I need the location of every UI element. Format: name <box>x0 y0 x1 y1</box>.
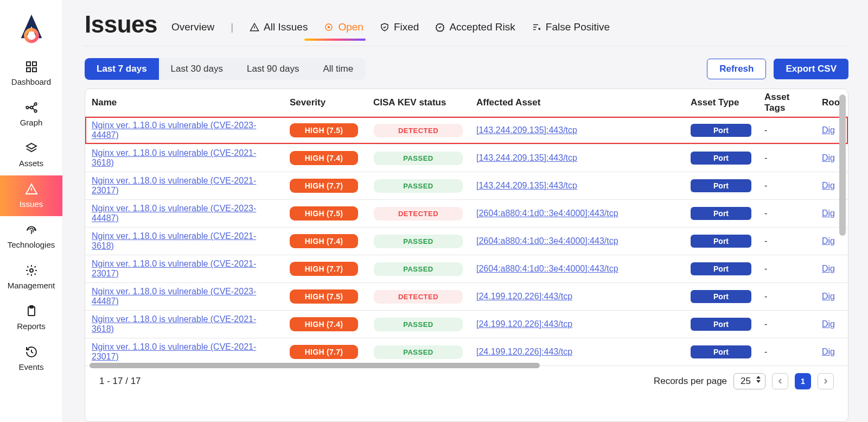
sidebar-item-label: Management <box>8 281 55 290</box>
time-filter-30d[interactable]: Last 30 days <box>159 58 235 80</box>
issue-name-link[interactable]: Nginx ver. 1.18.0 is vulnerable (CVE-202… <box>92 314 277 334</box>
tab-false-positive[interactable]: False Positive <box>532 21 610 33</box>
time-filter-7d[interactable]: Last 7 days <box>85 58 159 80</box>
col-cisa[interactable]: CISA KEV status <box>367 97 470 108</box>
prev-page-button[interactable] <box>772 373 788 389</box>
target-icon <box>324 22 334 32</box>
asset-type-badge[interactable]: Port <box>691 290 751 303</box>
affected-asset-link[interactable]: [143.244.209.135]:443/tcp <box>476 125 577 135</box>
affected-asset-link[interactable]: [143.244.209.135]:443/tcp <box>476 181 577 191</box>
asset-tags-cell: - <box>758 319 815 329</box>
table-row[interactable]: Nginx ver. 1.18.0 is vulnerable (CVE-202… <box>85 200 848 228</box>
table-row[interactable]: Nginx ver. 1.18.0 is vulnerable (CVE-202… <box>85 117 848 144</box>
root-link[interactable]: Dig <box>822 347 835 357</box>
severity-badge: HIGH (7.5) <box>290 289 358 304</box>
check-badge-icon <box>435 22 445 32</box>
cisa-status-badge: PASSED <box>374 318 463 331</box>
table-header-row: NameSeverityCISA KEV statusAffected Asse… <box>85 89 848 117</box>
table-row[interactable]: Nginx ver. 1.18.0 is vulnerable (CVE-202… <box>85 311 848 338</box>
tab-open[interactable]: Open <box>324 21 363 33</box>
root-link[interactable]: Dig <box>822 181 835 191</box>
table-row[interactable]: Nginx ver. 1.18.0 is vulnerable (CVE-202… <box>85 283 848 311</box>
severity-badge: HIGH (7.4) <box>290 317 358 331</box>
affected-asset-link[interactable]: [24.199.120.226]:443/tcp <box>476 319 572 329</box>
issue-name-link[interactable]: Nginx ver. 1.18.0 is vulnerable (CVE-202… <box>92 204 277 223</box>
app-logo <box>16 12 47 46</box>
current-page-button[interactable]: 1 <box>795 373 811 389</box>
issue-name-link[interactable]: Nginx ver. 1.18.0 is vulnerable (CVE-202… <box>92 259 277 279</box>
sidebar-item-technologies[interactable]: Technologies <box>0 216 62 257</box>
cisa-status-badge: DETECTED <box>374 124 463 137</box>
root-link[interactable]: Dig <box>822 319 835 329</box>
sidebar-item-reports[interactable]: Reports <box>0 298 62 338</box>
col-type[interactable]: Asset Type <box>684 97 758 108</box>
records-per-page-select[interactable]: 25 <box>733 373 765 389</box>
affected-asset-link[interactable]: [2604:a880:4:1d0::3e4:4000]:443/tcp <box>476 209 618 218</box>
svg-point-5 <box>26 106 28 109</box>
asset-type-badge[interactable]: Port <box>691 235 751 248</box>
time-filter-90d[interactable]: Last 90 days <box>235 58 311 80</box>
affected-asset-link[interactable]: [143.244.209.135]:443/tcp <box>476 153 577 163</box>
affected-asset-link[interactable]: [2604:a880:4:1d0::3e4:4000]:443/tcp <box>476 264 618 274</box>
refresh-button[interactable]: Refresh <box>707 59 766 79</box>
root-link[interactable]: Dig <box>822 125 835 135</box>
affected-asset-link[interactable]: [24.199.120.226]:443/tcp <box>476 347 572 357</box>
layers-icon <box>24 141 39 155</box>
issue-name-link[interactable]: Nginx ver. 1.18.0 is vulnerable (CVE-202… <box>92 148 277 168</box>
asset-type-badge[interactable]: Port <box>691 179 751 192</box>
issue-name-link[interactable]: Nginx ver. 1.18.0 is vulnerable (CVE-202… <box>92 121 277 140</box>
table-footer: 1 - 17 / 17 Records per page 25 1 <box>85 366 848 396</box>
issue-name-link[interactable]: Nginx ver. 1.18.0 is vulnerable (CVE-202… <box>92 176 277 196</box>
sidebar-item-label: Reports <box>17 322 46 331</box>
tab-all-issues[interactable]: All Issues <box>250 21 308 33</box>
root-link[interactable]: Dig <box>822 153 835 163</box>
asset-type-badge[interactable]: Port <box>691 152 751 165</box>
col-severity[interactable]: Severity <box>283 97 367 108</box>
sidebar-item-events[interactable]: Events <box>0 338 62 379</box>
cisa-status-badge: PASSED <box>374 152 463 165</box>
gear-icon <box>24 263 39 278</box>
time-filter-all[interactable]: All time <box>311 58 365 80</box>
tab-accepted-risk[interactable]: Accepted Risk <box>435 21 515 33</box>
sidebar-item-dashboard[interactable]: Dashboard <box>0 53 62 94</box>
table-row[interactable]: Nginx ver. 1.18.0 is vulnerable (CVE-202… <box>85 172 848 200</box>
root-link[interactable]: Dig <box>822 209 835 218</box>
asset-tags-cell: - <box>758 181 815 191</box>
tab-fixed[interactable]: Fixed <box>380 21 419 33</box>
chevron-left-icon <box>777 379 783 384</box>
table-row[interactable]: Nginx ver. 1.18.0 is vulnerable (CVE-202… <box>85 255 848 283</box>
affected-asset-link[interactable]: [24.199.120.226]:443/tcp <box>476 292 572 301</box>
tab-overview[interactable]: Overview <box>171 21 214 33</box>
sidebar-item-assets[interactable]: Assets <box>0 135 62 175</box>
col-tags[interactable]: Asset Tags <box>758 92 815 114</box>
asset-type-badge[interactable]: Port <box>691 207 751 220</box>
col-name[interactable]: Name <box>85 97 283 108</box>
issue-name-link[interactable]: Nginx ver. 1.18.0 is vulnerable (CVE-202… <box>92 287 277 306</box>
svg-rect-4 <box>33 68 36 72</box>
cisa-status-badge: DETECTED <box>374 290 463 304</box>
asset-type-badge[interactable]: Port <box>691 345 751 358</box>
vertical-scrollbar[interactable] <box>839 95 846 367</box>
sidebar-item-label: Events <box>19 362 44 371</box>
horizontal-scrollbar[interactable] <box>90 363 540 368</box>
col-asset[interactable]: Affected Asset <box>470 97 684 108</box>
asset-type-badge[interactable]: Port <box>691 124 751 137</box>
next-page-button[interactable] <box>818 373 834 389</box>
sidebar-item-graph[interactable]: Graph <box>0 94 62 135</box>
asset-tags-cell: - <box>758 153 815 163</box>
asset-type-badge[interactable]: Port <box>691 318 751 331</box>
sidebar-item-issues[interactable]: Issues <box>0 175 62 216</box>
export-csv-button[interactable]: Export CSV <box>774 59 848 79</box>
root-link[interactable]: Dig <box>822 236 835 246</box>
table-row[interactable]: Nginx ver. 1.18.0 is vulnerable (CVE-202… <box>85 228 848 255</box>
issue-name-link[interactable]: Nginx ver. 1.18.0 is vulnerable (CVE-202… <box>92 231 277 251</box>
affected-asset-link[interactable]: [2604:a880:4:1d0::3e4:4000]:443/tcp <box>476 236 618 246</box>
sidebar-item-management[interactable]: Management <box>0 257 62 298</box>
root-link[interactable]: Dig <box>822 292 835 301</box>
table-row[interactable]: Nginx ver. 1.18.0 is vulnerable (CVE-202… <box>85 144 848 172</box>
issue-name-link[interactable]: Nginx ver. 1.18.0 is vulnerable (CVE-202… <box>92 342 277 362</box>
table-row[interactable]: Nginx ver. 1.18.0 is vulnerable (CVE-202… <box>85 338 848 366</box>
root-link[interactable]: Dig <box>822 264 835 274</box>
svg-rect-2 <box>33 62 36 66</box>
asset-type-badge[interactable]: Port <box>691 262 751 275</box>
